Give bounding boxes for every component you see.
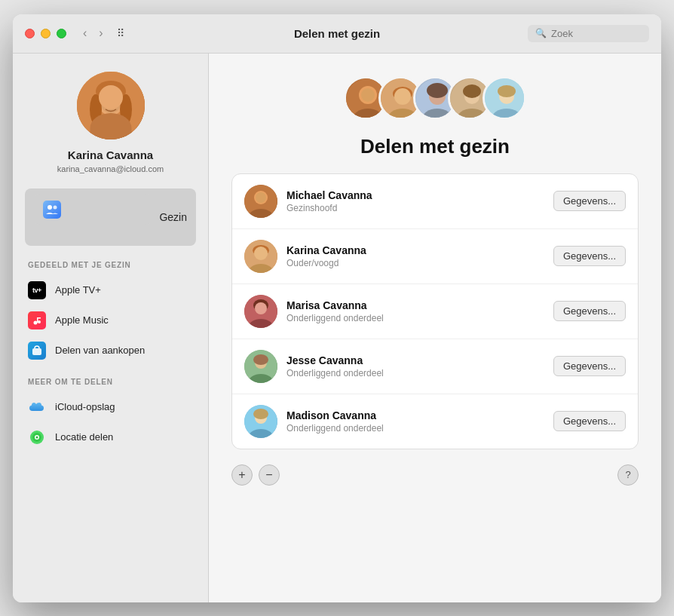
user-name: Karina Cavanna — [68, 149, 153, 161]
member-row: Michael Cavanna Gezinshoofd Gegevens... — [232, 174, 638, 229]
gegevens-button-michael[interactable]: Gegevens... — [553, 191, 626, 211]
svg-point-51 — [255, 302, 267, 314]
member-row: Madison Cavanna Onderliggend onderdeel G… — [232, 394, 638, 449]
member-role: Gezinshoofd — [286, 203, 544, 213]
bottom-buttons: + − — [231, 464, 280, 486]
sidebar-item-icloud[interactable]: iCloud-opslag — [25, 392, 196, 422]
member-info-michael: Michael Cavanna Gezinshoofd — [286, 189, 544, 213]
member-row: Karina Cavanna Ouder/voogd Gegevens... — [232, 229, 638, 284]
svg-point-7 — [103, 99, 107, 104]
svg-point-5 — [120, 94, 132, 124]
svg-point-36 — [463, 84, 481, 98]
member-info-madison: Madison Cavanna Onderliggend onderdeel — [286, 409, 544, 434]
member-avatar-marisa — [244, 295, 277, 328]
user-email: karina_cavanna@icloud.com — [57, 164, 164, 173]
members-list: Michael Cavanna Gezinshoofd Gegevens... — [231, 173, 639, 449]
window-title: Delen met gezin — [294, 27, 380, 40]
member-role: Ouder/voogd — [286, 258, 544, 268]
gezin-label: Gezin — [159, 211, 187, 223]
member-role: Onderliggend onderdeel — [286, 368, 544, 378]
family-avatars — [344, 76, 526, 120]
family-avatar-5 — [483, 76, 526, 120]
gegevens-button-madison[interactable]: Gegevens... — [553, 411, 626, 431]
svg-point-13 — [38, 320, 41, 323]
svg-rect-16 — [32, 348, 41, 355]
main-window: ‹ › ⠿ Delen met gezin 🔍 — [13, 14, 661, 602]
purchases-icon — [28, 342, 46, 360]
gegevens-button-marisa[interactable]: Gegevens... — [553, 301, 626, 321]
family-icon — [34, 195, 152, 225]
minimize-button[interactable] — [41, 29, 51, 38]
user-avatar — [77, 72, 145, 139]
location-icon — [28, 428, 46, 446]
music-icon — [28, 311, 46, 329]
member-avatar-jesse — [244, 350, 277, 383]
search-box: 🔍 — [528, 25, 649, 42]
forward-button[interactable]: › — [94, 25, 107, 41]
member-row: Marisa Cavanna Onderliggend onderdeel Ge… — [232, 284, 638, 339]
member-info-karina: Karina Cavanna Ouder/voogd — [286, 244, 544, 268]
grid-icon[interactable]: ⠿ — [117, 27, 124, 39]
svg-point-24 — [361, 88, 375, 102]
sidebar-item-location[interactable]: Locatie delen — [25, 422, 196, 452]
member-row: Jesse Cavanna Onderliggend onderdeel Geg… — [232, 339, 638, 394]
svg-point-60 — [253, 409, 268, 419]
appletv-label: Apple TV+ — [55, 284, 101, 296]
svg-point-2 — [100, 87, 122, 113]
remove-member-button[interactable]: − — [259, 464, 280, 486]
svg-point-20 — [36, 436, 38, 438]
member-role: Onderliggend onderdeel — [286, 313, 544, 323]
sidebar-item-apple-tv[interactable]: tv+ Apple TV+ — [25, 275, 196, 305]
svg-point-11 — [54, 205, 57, 209]
member-info-marisa: Marisa Cavanna Onderliggend onderdeel — [286, 299, 544, 323]
member-avatar-madison — [244, 405, 277, 438]
maximize-button[interactable] — [57, 29, 66, 38]
back-button[interactable]: ‹ — [78, 25, 91, 41]
svg-point-47 — [254, 247, 268, 260]
gegevens-button-jesse[interactable]: Gegevens... — [553, 356, 626, 376]
member-name: Madison Cavanna — [286, 409, 544, 421]
svg-point-56 — [253, 354, 268, 365]
svg-rect-15 — [37, 317, 41, 319]
icloud-icon — [28, 398, 46, 416]
appletv-icon: tv+ — [28, 281, 46, 299]
member-avatar-karina — [244, 240, 277, 273]
member-avatar-michael — [244, 185, 277, 218]
icloud-label: iCloud-opslag — [55, 401, 115, 412]
page-title: Delen met gezin — [360, 135, 510, 158]
content-area: Karina Cavanna karina_cavanna@icloud.com — [13, 54, 661, 602]
help-button[interactable]: ? — [617, 464, 639, 486]
svg-point-40 — [498, 85, 516, 97]
traffic-lights — [25, 29, 66, 38]
add-member-button[interactable]: + — [231, 464, 253, 486]
svg-point-32 — [427, 83, 448, 98]
svg-point-27 — [394, 88, 411, 105]
member-name: Karina Cavanna — [286, 244, 544, 256]
search-input[interactable] — [551, 28, 642, 39]
more-section-header: MEER OM TE DELEN — [25, 378, 196, 386]
svg-point-6 — [88, 123, 133, 139]
location-label: Locatie delen — [55, 431, 113, 443]
sidebar-item-apple-music[interactable]: Apple Music — [25, 305, 196, 336]
gegevens-button-karina[interactable]: Gegevens... — [553, 246, 626, 266]
shared-section-header: GEDEELD MET JE GEZIN — [25, 261, 196, 269]
svg-point-44 — [256, 192, 266, 203]
close-button[interactable] — [25, 29, 35, 38]
member-role: Onderliggend onderdeel — [286, 423, 544, 434]
sidebar-item-purchases[interactable]: Delen van aankopen — [25, 336, 196, 366]
svg-point-12 — [34, 320, 38, 324]
main-footer: + − ? — [231, 464, 639, 486]
member-info-jesse: Jesse Cavanna Onderliggend onderdeel — [286, 354, 544, 378]
titlebar: ‹ › ⠿ Delen met gezin 🔍 — [13, 14, 661, 54]
svg-point-3 — [96, 81, 126, 102]
svg-point-10 — [47, 205, 52, 210]
member-name: Marisa Cavanna — [286, 299, 544, 311]
member-name: Jesse Cavanna — [286, 354, 544, 366]
music-label: Apple Music — [55, 314, 109, 326]
sidebar-item-gezin[interactable]: Gezin — [25, 188, 196, 246]
nav-buttons: ‹ › — [78, 25, 108, 41]
sidebar: Karina Cavanna karina_cavanna@icloud.com — [13, 54, 209, 602]
member-name: Michael Cavanna — [286, 189, 544, 201]
main-content: Delen met gezin Michael Cavanna — [209, 54, 661, 602]
purchases-label: Delen van aankopen — [55, 345, 145, 356]
